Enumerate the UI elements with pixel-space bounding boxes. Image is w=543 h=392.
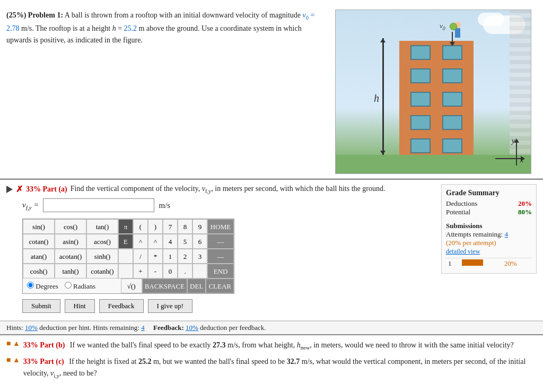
- hint-deduction-link[interactable]: 10%: [25, 324, 38, 332]
- h-italic: h: [112, 24, 116, 32]
- problem-text1: A ball is thrown from a rooftop with an …: [65, 11, 301, 19]
- caret-btn[interactable]: ^: [133, 234, 148, 249]
- close-paren-btn[interactable]: ): [148, 219, 163, 234]
- cosh-btn[interactable]: cosh(): [23, 264, 55, 278]
- 3-btn[interactable]: 3: [192, 249, 207, 264]
- window: [410, 138, 431, 153]
- 9-btn[interactable]: 9: [192, 219, 207, 234]
- 4-btn[interactable]: 4: [163, 234, 178, 249]
- mul-btn[interactable]: *: [148, 249, 163, 264]
- div-btn[interactable]: /: [133, 249, 148, 264]
- answer-input[interactable]: [43, 198, 154, 212]
- hints-remaining-link[interactable]: 4: [141, 324, 145, 332]
- 7-btn[interactable]: 7: [163, 219, 178, 234]
- clear-btn[interactable]: CLEAR: [206, 278, 234, 293]
- 2-btn[interactable]: 2: [178, 249, 192, 264]
- toggle-icon[interactable]: [6, 186, 13, 193]
- cos-btn[interactable]: cos(): [55, 219, 86, 234]
- hints-label: Hints:: [6, 324, 23, 332]
- 8-btn[interactable]: 8: [178, 219, 192, 234]
- cotanh-btn[interactable]: cotanh(): [86, 264, 118, 278]
- radians-label[interactable]: Radians: [65, 282, 95, 291]
- calc-row-5: Degrees Radians √() BACKSPACE DEL CLEAR: [23, 278, 234, 293]
- window: [442, 138, 462, 153]
- part-a-content: ✗ 33% Part (a) Find the vertical compone…: [6, 184, 537, 316]
- calc-row-1: sin() cos() tan() π ( ) 7 8 9 HOME: [23, 219, 234, 234]
- tan-btn[interactable]: tan(): [86, 219, 118, 234]
- main-container: (25%) Problem 1: A ball is thrown from a…: [0, 0, 543, 392]
- building: [399, 41, 474, 158]
- plus-btn[interactable]: +: [133, 264, 148, 278]
- problem-text2: The rooftop is at a height: [36, 24, 110, 32]
- asin-btn[interactable]: asin(): [55, 234, 86, 249]
- detailed-view-link[interactable]: detailed view: [446, 248, 480, 255]
- attempts-label: Attempts remaining:: [446, 230, 503, 238]
- open-paren-btn[interactable]: (: [133, 219, 148, 234]
- window: [442, 92, 462, 107]
- 1-btn[interactable]: 1: [163, 249, 178, 264]
- problem-text: (25%) Problem 1: A ball is thrown from a…: [6, 10, 335, 174]
- submissions-title: Submissions: [446, 222, 532, 230]
- end-btn[interactable]: END: [207, 264, 234, 278]
- sin-btn[interactable]: sin(): [23, 219, 55, 234]
- part-b-label: 33% Part (b): [23, 341, 65, 349]
- part-c-label: 33% Part (c): [23, 358, 64, 365]
- window: [410, 68, 431, 83]
- cotan-btn[interactable]: cotan(): [23, 234, 55, 249]
- y-axis: [516, 139, 517, 165]
- pi-btn[interactable]: π: [118, 219, 133, 234]
- window: [410, 115, 431, 130]
- empty1-btn: [118, 249, 133, 264]
- 0-btn[interactable]: 0: [163, 264, 178, 278]
- part-a-description: Find the vertical component of the veloc…: [71, 185, 386, 194]
- sqrt-btn[interactable]: √(): [121, 278, 142, 293]
- feedback-label: Feedback:: [153, 324, 184, 332]
- hint-button[interactable]: Hint: [65, 299, 95, 313]
- part-a-left: ✗ 33% Part (a) Find the vertical compone…: [6, 184, 431, 316]
- minus-btn[interactable]: -: [148, 264, 163, 278]
- empty3-btn: [192, 264, 207, 278]
- window: [442, 45, 462, 60]
- degrees-radio[interactable]: [27, 282, 34, 289]
- backspace-btn[interactable]: BACKSPACE: [142, 278, 187, 293]
- e-btn[interactable]: E: [118, 234, 133, 249]
- acotan-btn[interactable]: acotan(): [55, 249, 86, 264]
- 5-btn[interactable]: 5: [178, 234, 192, 249]
- x-icon: ✗: [16, 184, 23, 194]
- feedback-deduction-link[interactable]: 10%: [186, 324, 198, 332]
- dot-btn[interactable]: .: [178, 264, 192, 278]
- deductions-row: Deductions 20%: [446, 199, 532, 208]
- atan-btn[interactable]: atan(): [23, 249, 55, 264]
- tanh-btn[interactable]: tanh(): [55, 264, 86, 278]
- radians-radio[interactable]: [65, 282, 72, 289]
- feedback-button[interactable]: Feedback: [99, 299, 144, 313]
- attempts-value[interactable]: 4: [504, 230, 508, 238]
- x-axis-label: x: [520, 156, 523, 164]
- dash2-btn[interactable]: —: [207, 249, 234, 264]
- submit-button[interactable]: Submit: [22, 299, 60, 313]
- submissions-section: Submissions Attempts remaining: 4 (20% p…: [446, 222, 532, 269]
- del-btn[interactable]: DEL: [187, 278, 206, 293]
- axes: x y: [493, 136, 524, 165]
- caret2-btn[interactable]: ^: [148, 234, 163, 249]
- calculator: sin() cos() tan() π ( ) 7 8 9 HOME cotan…: [22, 219, 234, 294]
- acos-btn[interactable]: acos(): [86, 234, 118, 249]
- v0-arrow-head: [450, 42, 455, 46]
- degrees-label[interactable]: Degrees: [27, 282, 58, 291]
- problem-statement: (25%) Problem 1: A ball is thrown from a…: [6, 10, 325, 46]
- give-up-button[interactable]: I give up!: [148, 299, 193, 313]
- window: [410, 45, 431, 60]
- window: [442, 68, 462, 83]
- part-a-percent: 33% Part (a): [26, 185, 67, 194]
- sub-row-1: 1 20%: [446, 258, 532, 269]
- dash-btn[interactable]: —: [207, 234, 234, 249]
- sinh-btn[interactable]: sinh(): [86, 249, 118, 264]
- attempts-row: Attempts remaining: 4: [446, 230, 532, 239]
- hints-text: deduction per hint. Hints remaining:: [39, 324, 139, 332]
- home-btn[interactable]: HOME: [207, 219, 234, 234]
- submissions-table: 1 20%: [446, 258, 532, 269]
- 6-btn[interactable]: 6: [192, 234, 207, 249]
- parts-bc: ■ ▲ 33% Part (b) If we wanted the ball's…: [0, 335, 543, 388]
- cloud2: [478, 13, 504, 26]
- window: [410, 92, 431, 107]
